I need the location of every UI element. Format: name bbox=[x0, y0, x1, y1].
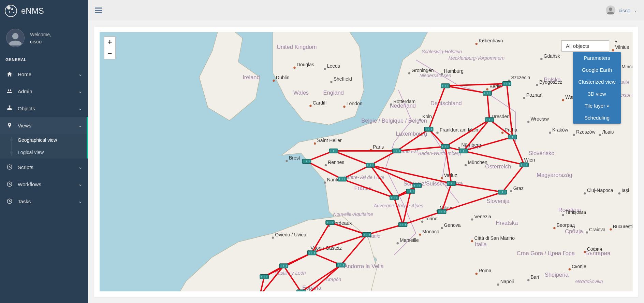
zoom-control: + − bbox=[104, 36, 116, 59]
network-node-icon[interactable] bbox=[406, 189, 415, 194]
network-node-icon[interactable] bbox=[363, 232, 371, 237]
svg-point-78 bbox=[390, 104, 392, 106]
network-node-icon[interactable] bbox=[366, 163, 375, 167]
svg-text:Hrvatska: Hrvatska bbox=[496, 220, 518, 226]
network-node-icon[interactable] bbox=[441, 84, 450, 88]
sidebar-item-home[interactable]: Home ⌄ bbox=[0, 66, 88, 83]
sidebar-item-label: Home bbox=[18, 71, 31, 77]
network-node-icon[interactable] bbox=[302, 159, 311, 164]
user-block: Welcome, cisco bbox=[0, 22, 88, 55]
chevron-down-icon: ⌄ bbox=[78, 71, 83, 77]
map-action-panel: Parameters Google Earth Clusterized view… bbox=[573, 52, 621, 124]
sidebar-item-workflows[interactable]: Workflows ⌄ bbox=[0, 176, 88, 193]
svg-point-144 bbox=[569, 268, 571, 270]
sidebar-item-admin[interactable]: Admin ⌄ bbox=[0, 83, 88, 100]
user-menu[interactable]: cisco ⌄ bbox=[606, 5, 637, 15]
map[interactable]: + − All objects Parameters Google Earth … bbox=[100, 32, 632, 291]
network-node-icon[interactable] bbox=[438, 209, 446, 214]
svg-point-162 bbox=[527, 279, 529, 281]
action-parameters[interactable]: Parameters bbox=[573, 52, 621, 64]
svg-text:France: France bbox=[354, 185, 371, 191]
network-node-icon[interactable] bbox=[329, 149, 338, 153]
svg-text:Paris: Paris bbox=[373, 144, 384, 150]
action-scheduling[interactable]: Scheduling bbox=[573, 112, 621, 124]
chevron-down-icon: ⌄ bbox=[78, 105, 83, 111]
network-node-icon[interactable] bbox=[508, 135, 517, 139]
network-node-icon[interactable] bbox=[398, 222, 407, 227]
svg-text:Aragón: Aragón bbox=[325, 277, 341, 282]
network-node-icon[interactable] bbox=[502, 82, 511, 86]
main: cisco ⌄ + − All objects Parameters Googl… bbox=[88, 0, 644, 303]
hamburger-icon[interactable] bbox=[95, 6, 102, 15]
svg-text:England: England bbox=[323, 89, 344, 96]
svg-text:Magyarország: Magyarország bbox=[537, 172, 572, 178]
sidebar-subitem-geographical[interactable]: Geographical view bbox=[0, 134, 88, 146]
network-node-icon[interactable] bbox=[520, 163, 528, 167]
svg-text:Schleswig-Holstein: Schleswig-Holstein bbox=[422, 49, 462, 54]
brand-logo-icon bbox=[5, 5, 17, 17]
network-node-icon[interactable] bbox=[392, 149, 401, 153]
svg-point-52 bbox=[293, 67, 295, 69]
filter-select[interactable]: All objects bbox=[561, 40, 609, 52]
svg-point-60 bbox=[343, 106, 345, 108]
clock-icon bbox=[6, 164, 13, 170]
svg-text:Bydgoszcz: Bydgoszcz bbox=[539, 79, 562, 85]
svg-text:United Kingdom: United Kingdom bbox=[277, 44, 317, 50]
svg-text:Rzeszów: Rzeszów bbox=[576, 129, 596, 135]
svg-point-160 bbox=[475, 43, 478, 45]
svg-text:Dresden: Dresden bbox=[492, 114, 510, 120]
action-tile-layer[interactable]: Tile layer bbox=[573, 100, 621, 112]
network-node-icon[interactable] bbox=[485, 118, 494, 122]
sidebar-item-tasks[interactable]: Tasks ⌄ bbox=[0, 193, 88, 210]
map-canvas[interactable]: United KingdomIrelandEnglandWalesNederla… bbox=[100, 32, 632, 291]
network-node-icon[interactable] bbox=[483, 91, 492, 96]
svg-point-100 bbox=[272, 237, 274, 239]
brand[interactable]: eNMS bbox=[0, 0, 88, 22]
action-google-earth[interactable]: Google Earth bbox=[573, 64, 621, 76]
user-avatar-icon bbox=[606, 5, 615, 15]
network-node-icon[interactable] bbox=[498, 190, 507, 194]
svg-text:Rennes: Rennes bbox=[328, 160, 344, 165]
network-node-icon[interactable] bbox=[413, 183, 421, 188]
network-node-icon[interactable] bbox=[441, 144, 450, 149]
svg-text:München: München bbox=[468, 160, 487, 165]
svg-text:Wrocław: Wrocław bbox=[531, 116, 549, 122]
network-node-icon[interactable] bbox=[260, 275, 268, 279]
sidebar-item-label: Admin bbox=[18, 88, 32, 94]
network-node-icon[interactable] bbox=[459, 149, 468, 153]
svg-text:Oviedo / Uviéu: Oviedo / Uviéu bbox=[275, 232, 306, 237]
network-node-icon[interactable] bbox=[297, 290, 305, 291]
avatar bbox=[6, 29, 25, 47]
svg-text:București: București bbox=[613, 224, 632, 229]
svg-point-64 bbox=[441, 73, 443, 75]
zoom-in-button[interactable]: + bbox=[104, 37, 115, 48]
zoom-out-button[interactable]: − bbox=[104, 48, 115, 59]
network-node-icon[interactable] bbox=[326, 220, 334, 225]
network-node-icon[interactable] bbox=[338, 177, 346, 181]
sidebar-item-scripts[interactable]: Scripts ⌄ bbox=[0, 159, 88, 176]
sidebar-item-views[interactable]: Views ⌄ bbox=[0, 117, 88, 134]
svg-text:Deutschland: Deutschland bbox=[430, 100, 462, 106]
svg-point-120 bbox=[441, 177, 443, 179]
svg-point-150 bbox=[573, 134, 575, 136]
sitemap-icon bbox=[6, 105, 13, 111]
svg-text:Köln: Köln bbox=[422, 114, 432, 120]
svg-point-132 bbox=[584, 192, 586, 194]
network-node-icon[interactable] bbox=[390, 196, 398, 200]
sidebar-subitem-logical[interactable]: Logical view bbox=[0, 146, 88, 159]
svg-point-80 bbox=[419, 119, 421, 121]
network-node-icon[interactable] bbox=[424, 127, 433, 132]
action-3d-view[interactable]: 3D view bbox=[573, 88, 621, 100]
network-node-icon[interactable] bbox=[337, 263, 345, 267]
svg-point-72 bbox=[540, 58, 542, 60]
svg-point-136 bbox=[553, 227, 555, 229]
brand-name: eNMS bbox=[21, 6, 44, 16]
svg-point-126 bbox=[471, 240, 473, 242]
network-node-icon[interactable] bbox=[308, 251, 316, 255]
sidebar-item-objects[interactable]: Objects ⌄ bbox=[0, 100, 88, 117]
action-clusterized[interactable]: Clusterized view bbox=[573, 76, 621, 88]
sidebar-item-label: Objects bbox=[18, 106, 35, 111]
network-node-icon[interactable] bbox=[279, 264, 288, 268]
network-node-icon[interactable] bbox=[447, 181, 455, 186]
pin-icon bbox=[6, 122, 13, 128]
